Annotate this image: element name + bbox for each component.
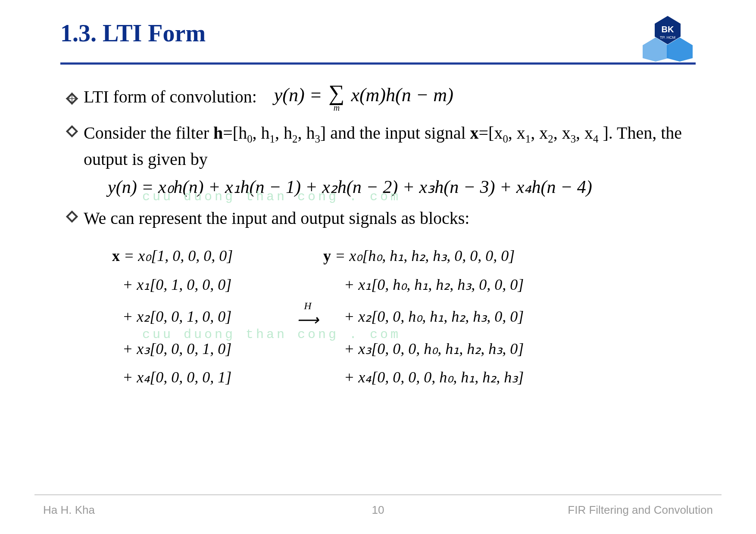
- sigma-icon: ∑ m: [328, 82, 344, 112]
- block-row-0: x = x₀[1, 0, 0, 0, 0] y = x₀[h₀, h₁, h₂,…: [112, 242, 691, 270]
- diamond-bullet-icon: [65, 209, 79, 224]
- diamond-bullet-icon: [65, 91, 79, 106]
- bullet2-text: Consider the filter h=[h0, h1, h2, h3] a…: [84, 121, 691, 172]
- block-equations: x = x₀[1, 0, 0, 0, 0] y = x₀[h₀, h₁, h₂,…: [112, 242, 691, 392]
- bullet3-text: We can represent the input and output si…: [84, 206, 691, 231]
- content-area: LTI form of convolution: y(n) = ∑ m x(m)…: [65, 82, 691, 392]
- slide-title: 1.3. LTI Form: [60, 19, 696, 47]
- block-row-1: + x₁[0, 1, 0, 0, 0] + x₁[0, h₀, h₁, h₂, …: [112, 270, 691, 299]
- watermark-text: cuu duong than cong . com: [142, 327, 401, 342]
- block-row-4: + x₄[0, 0, 0, 0, 1] + x₄[0, 0, 0, 0, h₀,…: [112, 363, 691, 392]
- footer: Ha H. Kha 10 FIR Filtering and Convoluti…: [43, 503, 713, 517]
- bullet1-text: LTI form of convolution:: [84, 84, 257, 109]
- footer-page-number: 10: [43, 503, 713, 517]
- diamond-bullet-icon: [65, 124, 79, 139]
- bullet-blocks: We can represent the input and output si…: [65, 206, 691, 231]
- bullet-lti-form: LTI form of convolution: y(n) = ∑ m x(m)…: [65, 82, 691, 112]
- footer-separator: [34, 494, 722, 495]
- slide: BK TP. HCM 1.3. LTI Form LTI form of con…: [0, 0, 756, 534]
- watermark-text: cuu duong than cong . com: [142, 189, 401, 204]
- bullet-filter-def: Consider the filter h=[h0, h1, h2, h3] a…: [65, 121, 691, 172]
- convolution-formula: y(n) = ∑ m x(m)h(n − m): [274, 82, 453, 112]
- header: 1.3. LTI Form: [60, 19, 696, 65]
